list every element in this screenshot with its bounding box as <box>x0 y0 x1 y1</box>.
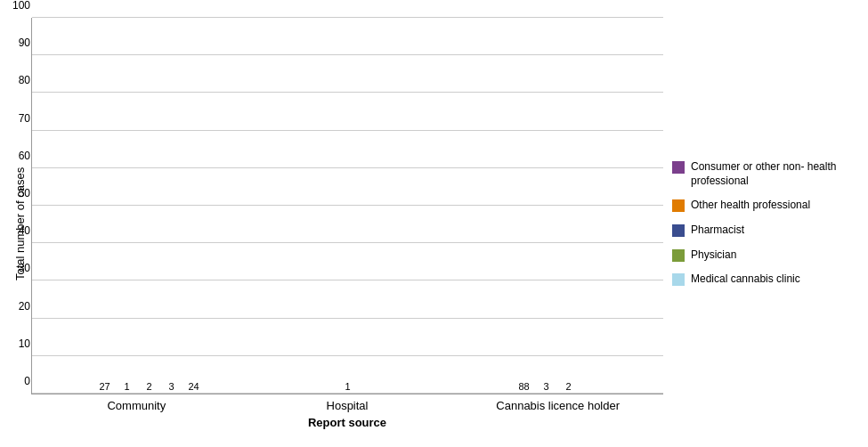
bar-wrapper: 88 <box>515 381 534 394</box>
bar-value-label: 1 <box>124 381 129 392</box>
bar-wrapper: 2 <box>559 381 579 394</box>
bar-value-label: 24 <box>188 381 199 392</box>
y-tick-label: 30 <box>5 262 30 274</box>
grid-line <box>32 355 663 356</box>
legend-label: Consumer or other non- health profession… <box>691 160 859 188</box>
legend-color-box <box>672 273 685 286</box>
grid-line <box>32 242 663 243</box>
legend-item: Physician <box>672 248 859 263</box>
legend-label: Medical cannabis clinic <box>691 272 800 287</box>
y-tick-label: 50 <box>5 187 30 199</box>
x-group-label: Hospital <box>242 394 453 412</box>
y-tick-label: 100 <box>5 0 30 12</box>
bar-group: 1 <box>248 381 447 394</box>
x-group-label: Community <box>31 394 242 412</box>
x-group-label: Cannabis licence holder <box>452 394 663 412</box>
plot-area: 271232418832 0102030405060708090100 Comm… <box>27 18 663 429</box>
bar-wrapper: 24 <box>184 381 204 394</box>
x-axis-title: Report source <box>31 416 663 429</box>
bar-wrapper: 2 <box>140 381 159 394</box>
legend-label: Physician <box>691 248 736 263</box>
legend-color-box <box>672 224 685 237</box>
grid-line <box>32 92 663 93</box>
chart-area: Total number of cases 271232418832 01020… <box>9 18 663 429</box>
grid-line <box>32 54 663 55</box>
bar-value-label: 27 <box>99 381 110 392</box>
legend-item: Medical cannabis clinic <box>672 272 859 287</box>
y-tick-label: 10 <box>5 337 30 350</box>
y-tick-label: 90 <box>5 37 30 49</box>
legend: Consumer or other non- health profession… <box>663 18 859 429</box>
legend-item: Consumer or other non- health profession… <box>672 160 859 188</box>
chart-title-y-area: Total number of cases 271232418832 01020… <box>9 18 663 429</box>
y-tick-label: 70 <box>5 112 30 125</box>
bar-value-label: 3 <box>543 381 548 392</box>
bar-value-label: 1 <box>345 381 350 392</box>
y-tick-label: 80 <box>5 74 30 86</box>
grid-and-bars: 271232418832 0102030405060708090100 <box>31 18 663 394</box>
bar-wrapper: 1 <box>118 381 137 394</box>
legend-label: Other health professional <box>691 199 810 213</box>
bar-group: 8832 <box>447 381 645 394</box>
legend-item: Other health professional <box>672 199 859 213</box>
y-tick-label: 60 <box>5 150 30 162</box>
bar-value-label: 3 <box>168 381 174 392</box>
y-tick-label: 20 <box>5 300 30 313</box>
grid-line <box>32 393 663 394</box>
legend-label: Pharmacist <box>691 224 744 238</box>
bar-groups: 271232418832 <box>32 18 663 394</box>
bar-group: 2712324 <box>50 381 248 394</box>
bar-value-label: 2 <box>565 381 571 392</box>
bar-wrapper: 3 <box>537 381 556 394</box>
grid-line <box>32 280 663 280</box>
y-tick-label: 0 <box>5 375 30 387</box>
grid-line <box>32 130 663 131</box>
grid-line <box>32 318 663 319</box>
x-axis-labels: CommunityHospitalCannabis licence holder <box>31 394 663 412</box>
y-tick-label: 40 <box>5 224 30 237</box>
grid-line <box>32 17 663 18</box>
legend-color-box <box>672 161 685 174</box>
legend-color-box <box>672 199 685 212</box>
bar-wrapper: 3 <box>162 381 182 394</box>
bar-wrapper: 27 <box>95 381 115 394</box>
legend-item: Pharmacist <box>672 224 859 238</box>
grid-line <box>32 167 663 168</box>
chart-container: Total number of cases 271232418832 01020… <box>0 0 868 447</box>
legend-color-box <box>672 249 685 262</box>
grid-line <box>32 205 663 206</box>
bar-value-label: 2 <box>146 381 151 392</box>
bar-wrapper: 1 <box>338 381 358 394</box>
bar-value-label: 88 <box>518 381 529 392</box>
